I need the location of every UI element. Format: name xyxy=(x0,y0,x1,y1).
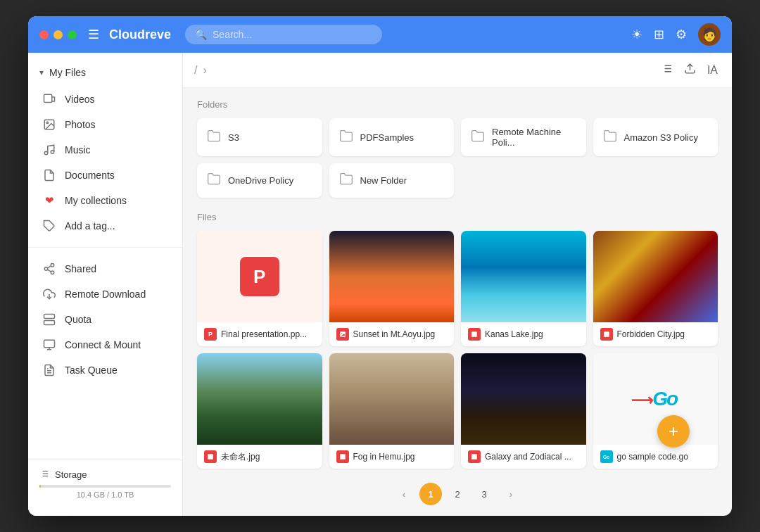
task-icon xyxy=(42,364,56,376)
sidebar-item-videos[interactable]: Videos xyxy=(28,87,182,112)
file-label: 未命名.jpg xyxy=(197,445,322,469)
breadcrumb-root: / xyxy=(194,64,197,77)
pagination-page-2[interactable]: 2 xyxy=(446,483,469,505)
file-type-badge xyxy=(336,328,349,341)
settings-icon[interactable]: ⚙ xyxy=(676,27,687,42)
music-icon xyxy=(42,144,56,156)
svg-point-3 xyxy=(44,151,48,155)
upload-icon[interactable] xyxy=(681,60,699,80)
storage-header: Storage xyxy=(39,469,171,481)
svg-point-7 xyxy=(44,267,48,271)
sidebar-item-tags[interactable]: Add a tag... xyxy=(28,213,182,239)
folder-name: New Folder xyxy=(360,175,407,186)
pagination-prev[interactable]: ‹ xyxy=(393,483,415,505)
file-name: go sample code.go xyxy=(617,452,688,462)
sort-icon[interactable]: IA xyxy=(704,61,721,80)
folder-item[interactable]: New Folder xyxy=(329,163,455,198)
folder-name: OneDrive Policy xyxy=(228,175,293,186)
file-type-badge: P xyxy=(204,328,217,341)
file-item[interactable]: Galaxy and Zodiacal ... xyxy=(461,353,586,469)
my-files-header[interactable]: ▾ My Files xyxy=(28,61,182,84)
storage-usage: 10.4 GB / 1.0 TB xyxy=(39,490,171,499)
svg-rect-12 xyxy=(44,315,55,319)
folder-icon xyxy=(603,129,617,146)
folder-item[interactable]: Remote Machine Poli... xyxy=(461,118,586,156)
file-item[interactable]: Fog in Hemu.jpg xyxy=(329,353,455,469)
folder-item[interactable]: S3 xyxy=(197,118,322,156)
pagination-page-3[interactable]: 3 xyxy=(473,483,495,505)
sidebar-item-connect[interactable]: Connect & Mount xyxy=(28,332,182,357)
photos-icon xyxy=(42,118,56,131)
file-name: Kanas Lake.jpg xyxy=(485,329,543,339)
svg-point-2 xyxy=(46,122,48,123)
sidebar-item-music[interactable]: Music xyxy=(28,137,182,163)
svg-rect-0 xyxy=(44,94,52,102)
svg-rect-40 xyxy=(471,454,477,460)
sidebar-item-photos[interactable]: Photos xyxy=(28,112,182,137)
documents-label: Documents xyxy=(65,170,115,181)
file-item[interactable]: ⟵Go Go go sample code.go xyxy=(593,353,718,469)
search-bar[interactable]: 🔍 xyxy=(185,25,382,44)
svg-point-4 xyxy=(51,151,54,154)
sidebar-item-queue[interactable]: Task Queue xyxy=(28,357,182,383)
svg-rect-16 xyxy=(44,340,55,348)
svg-point-35 xyxy=(341,333,341,334)
sidebar-divider-1 xyxy=(28,247,182,248)
avatar[interactable]: 🧑 xyxy=(698,23,721,46)
file-name: Fog in Hemu.jpg xyxy=(353,452,415,462)
pagination-page-1[interactable]: 1 xyxy=(419,483,442,505)
theme-icon[interactable]: ☀ xyxy=(631,27,642,42)
app-title: Cloudreve xyxy=(109,27,171,42)
menu-icon[interactable]: ☰ xyxy=(88,27,99,42)
file-item[interactable]: Sunset in Mt.Aoyu.jpg xyxy=(329,231,455,346)
storage-bar xyxy=(39,485,171,488)
svg-line-10 xyxy=(47,266,51,268)
svg-rect-39 xyxy=(340,454,346,460)
svg-rect-13 xyxy=(44,321,55,325)
share-icon xyxy=(42,262,56,275)
folders-section-label: Folders xyxy=(197,99,718,110)
minimize-button[interactable] xyxy=(53,30,63,39)
monitor-icon xyxy=(42,338,56,351)
sidebar-item-quota[interactable]: Quota xyxy=(28,307,182,332)
add-fab-button[interactable]: + xyxy=(657,415,690,448)
remote-label: Remote Download xyxy=(65,289,146,300)
content-area: / › IA Folders xyxy=(183,53,732,516)
breadcrumb-forward-icon[interactable]: › xyxy=(203,64,206,77)
file-item[interactable]: Forbidden City.jpg xyxy=(593,231,718,346)
folder-icon xyxy=(207,172,221,189)
svg-line-9 xyxy=(47,270,51,272)
file-item[interactable]: P P Final presentation.pp... xyxy=(197,231,322,346)
my-files-label: My Files xyxy=(49,67,86,78)
grid-view-icon[interactable]: ⊞ xyxy=(654,27,664,42)
sidebar-item-shared[interactable]: Shared xyxy=(28,256,182,281)
sidebar-bottom-section: Shared Remote Download Quota xyxy=(28,253,182,386)
folder-item[interactable]: PDFSamples xyxy=(329,118,455,156)
list-view-icon[interactable] xyxy=(658,60,676,80)
sidebar-item-remote[interactable]: Remote Download xyxy=(28,281,182,307)
titlebar-actions: ☀ ⊞ ⚙ 🧑 xyxy=(631,23,721,46)
collections-label: My collections xyxy=(65,195,127,206)
file-label: P Final presentation.pp... xyxy=(197,322,322,346)
pagination-next[interactable]: › xyxy=(500,483,522,505)
search-input[interactable] xyxy=(213,29,372,40)
folder-item[interactable]: Amazon S3 Policy xyxy=(593,118,718,156)
storage-icon xyxy=(39,469,49,481)
file-name: Galaxy and Zodiacal ... xyxy=(485,452,571,462)
sidebar-item-documents[interactable]: Documents xyxy=(28,163,182,188)
file-name: Forbidden City.jpg xyxy=(617,329,685,339)
folder-item[interactable]: OneDrive Policy xyxy=(197,163,322,198)
folders-grid: S3 PDFSamples Remote Machine Poli... xyxy=(197,118,718,198)
file-type-badge xyxy=(468,450,481,463)
file-item[interactable]: 未命名.jpg xyxy=(197,353,322,469)
file-item[interactable]: Kanas Lake.jpg xyxy=(461,231,586,346)
close-button[interactable] xyxy=(39,30,49,39)
file-type-badge xyxy=(600,328,613,341)
svg-rect-36 xyxy=(471,331,477,337)
sidebar: ▾ My Files Videos Photos xyxy=(28,53,183,516)
file-label: Sunset in Mt.Aoyu.jpg xyxy=(329,322,455,346)
maximize-button[interactable] xyxy=(68,30,77,39)
traffic-lights xyxy=(39,30,77,39)
sidebar-item-collections[interactable]: ❤ My collections xyxy=(28,188,182,213)
heart-icon: ❤ xyxy=(42,194,56,207)
